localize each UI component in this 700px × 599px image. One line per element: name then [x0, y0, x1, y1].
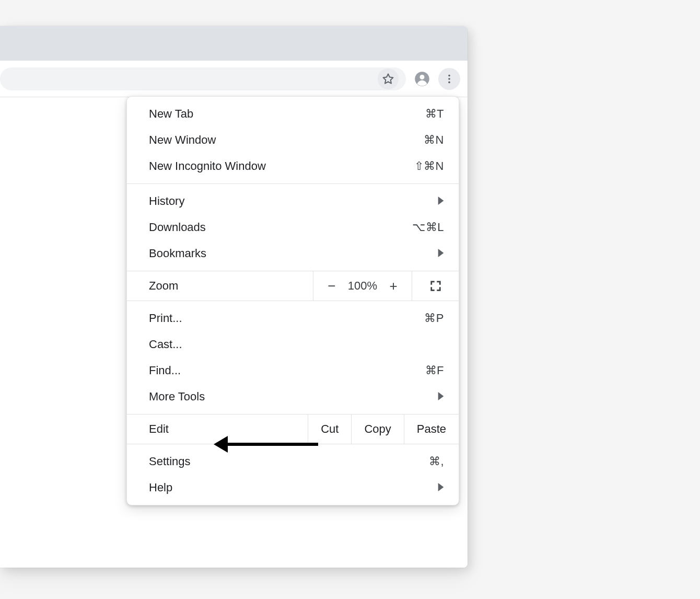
- chrome-menu-button[interactable]: [438, 68, 460, 90]
- menu-item-settings[interactable]: Settings ⌘,: [127, 448, 459, 475]
- address-bar[interactable]: [0, 67, 406, 90]
- zoom-label: Zoom: [127, 271, 313, 301]
- svg-point-4: [448, 81, 450, 83]
- browser-toolbar: [0, 61, 468, 97]
- menu-item-edit: Edit Cut Copy Paste: [127, 414, 459, 444]
- zoom-value: 100%: [348, 279, 377, 293]
- menu-item-shortcut: ⌘P: [424, 312, 444, 325]
- chevron-right-icon: [438, 247, 444, 260]
- menu-item-label: History: [149, 194, 438, 208]
- svg-point-3: [448, 78, 450, 80]
- menu-item-label: New Incognito Window: [149, 159, 414, 173]
- chrome-menu-popup: New Tab ⌘T New Window ⌘N New Incognito W…: [126, 96, 459, 505]
- menu-item-help[interactable]: Help: [127, 475, 459, 501]
- menu-section-windows: New Tab ⌘T New Window ⌘N New Incognito W…: [127, 97, 459, 183]
- chevron-right-icon: [438, 194, 444, 208]
- menu-section-history: History Downloads ⌥⌘L Bookmarks: [127, 184, 459, 271]
- menu-section-tools: Print... ⌘P Cast... Find... ⌘F More Tool…: [127, 301, 459, 414]
- menu-item-label: Downloads: [149, 221, 412, 234]
- tab-strip: [0, 26, 468, 61]
- menu-item-shortcut: ⇧⌘N: [414, 159, 444, 173]
- menu-item-more-tools[interactable]: More Tools: [127, 384, 459, 410]
- edit-label: Edit: [127, 414, 308, 444]
- menu-item-label: Bookmarks: [149, 247, 438, 260]
- account-circle-icon: [414, 71, 430, 87]
- menu-item-label: Cast...: [149, 338, 444, 351]
- star-outline-icon: [382, 73, 394, 85]
- menu-item-downloads[interactable]: Downloads ⌥⌘L: [127, 214, 459, 240]
- menu-item-new-incognito[interactable]: New Incognito Window ⇧⌘N: [127, 153, 459, 179]
- svg-point-1: [420, 75, 425, 79]
- menu-item-label: Settings: [149, 455, 429, 468]
- chevron-right-icon: [438, 390, 444, 404]
- profile-button[interactable]: [411, 68, 433, 90]
- edit-paste-button[interactable]: Paste: [404, 414, 459, 444]
- edit-copy-button[interactable]: Copy: [351, 414, 403, 444]
- menu-item-label: New Window: [149, 133, 424, 147]
- menu-item-shortcut: ⌘F: [425, 364, 444, 377]
- menu-item-find[interactable]: Find... ⌘F: [127, 358, 459, 384]
- menu-item-zoom: Zoom − 100% +: [127, 271, 459, 301]
- menu-item-history[interactable]: History: [127, 188, 459, 214]
- menu-item-label: Find...: [149, 364, 425, 377]
- zoom-controls: − 100% +: [313, 271, 412, 301]
- menu-item-shortcut: ⌘,: [429, 455, 444, 468]
- fullscreen-button[interactable]: [412, 271, 459, 301]
- chevron-right-icon: [438, 481, 444, 494]
- zoom-in-button[interactable]: +: [387, 278, 400, 294]
- zoom-out-button[interactable]: −: [325, 278, 339, 294]
- menu-item-print[interactable]: Print... ⌘P: [127, 305, 459, 331]
- menu-item-label: More Tools: [149, 390, 438, 404]
- more-vertical-icon: [444, 73, 455, 85]
- menu-item-new-tab[interactable]: New Tab ⌘T: [127, 101, 459, 127]
- fullscreen-icon: [430, 280, 441, 292]
- menu-item-shortcut: ⌘N: [424, 133, 444, 147]
- menu-item-new-window[interactable]: New Window ⌘N: [127, 127, 459, 153]
- menu-item-label: Print...: [149, 312, 424, 325]
- menu-item-label: New Tab: [149, 107, 425, 121]
- svg-point-2: [448, 74, 450, 76]
- menu-section-settings: Settings ⌘, Help: [127, 444, 459, 505]
- edit-cut-button[interactable]: Cut: [308, 414, 351, 444]
- menu-item-shortcut: ⌥⌘L: [412, 221, 444, 234]
- menu-item-shortcut: ⌘T: [425, 107, 444, 121]
- menu-item-cast[interactable]: Cast...: [127, 331, 459, 358]
- menu-item-label: Help: [149, 481, 438, 494]
- menu-item-bookmarks[interactable]: Bookmarks: [127, 240, 459, 267]
- bookmark-star-button[interactable]: [378, 68, 399, 89]
